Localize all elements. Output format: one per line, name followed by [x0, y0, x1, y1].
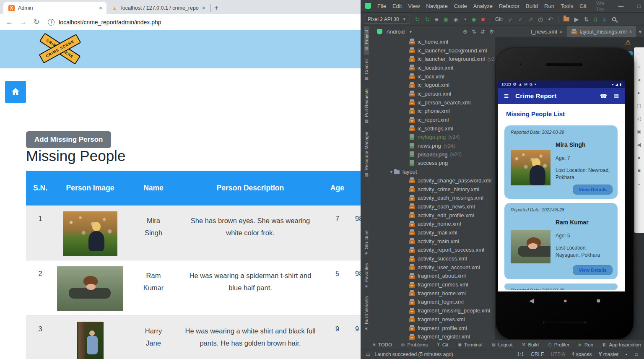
- emulator-home-icon[interactable]: ●: [637, 155, 640, 161]
- emulator-screenshot-icon[interactable]: ▣: [636, 129, 641, 135]
- project-tree-item[interactable]: ▼ fragment_crimes.xml: [373, 280, 494, 289]
- project-tree-item[interactable]: ▼ ic_person_search.xml: [373, 98, 494, 107]
- menu-item[interactable]: Refactor: [499, 3, 519, 9]
- emulator-more-icon[interactable]: ⌄: [637, 181, 641, 187]
- sdk-manager-icon[interactable]: ⇓: [602, 16, 607, 23]
- profiler-icon[interactable]: ◔: [463, 16, 466, 23]
- new-tab-button[interactable]: +: [214, 4, 218, 12]
- back-icon[interactable]: ←: [6, 18, 13, 26]
- tool-window-tab[interactable]: ▦ Resource Manager: [364, 127, 369, 181]
- project-tree-item[interactable]: ▼ ic_phone.xml: [373, 107, 494, 116]
- project-tree-item[interactable]: ▼ fragment_about.xml: [373, 272, 494, 281]
- bottom-tool-tab[interactable]: Terminal: [458, 342, 483, 347]
- emulator-minimize-icon[interactable]: —: [636, 51, 641, 57]
- tool-window-tab[interactable]: ★ Favorites: [364, 259, 369, 292]
- nav-home-icon[interactable]: ●: [564, 297, 567, 304]
- forward-icon[interactable]: →: [20, 18, 27, 26]
- editor-tab[interactable]: t_news.xml×: [527, 26, 567, 37]
- nav-overview-icon[interactable]: ■: [597, 297, 600, 304]
- git-push-icon[interactable]: ↗: [528, 16, 533, 23]
- line-separator[interactable]: CRLF: [531, 351, 544, 357]
- git-commit-icon[interactable]: ✓: [518, 16, 523, 23]
- project-tree-item[interactable]: ▼ ic_logout.xml: [373, 81, 494, 89]
- project-tree-item[interactable]: ▼ fragment_news.xml: [373, 315, 494, 324]
- project-tree-item[interactable]: ▼ activity_report_success.xml: [373, 246, 494, 255]
- project-tree-item[interactable]: ▼ ic_launcher_foreground.xml (v24): [373, 55, 494, 63]
- locate-file-icon[interactable]: ⊕: [463, 29, 467, 35]
- reload-icon[interactable]: ↻: [34, 18, 39, 26]
- project-tree-item[interactable]: ▼ fragment_profile.xml: [373, 324, 494, 333]
- menu-item[interactable]: Edit: [392, 3, 402, 9]
- project-tree-item[interactable]: ▼ activity_mail.xml: [373, 228, 494, 237]
- project-scope[interactable]: Android: [387, 29, 405, 35]
- close-tab-icon[interactable]: ×: [202, 5, 205, 11]
- project-tree-item[interactable]: ▼ success.png: [373, 159, 494, 168]
- nav-back-icon[interactable]: ◀: [529, 297, 534, 304]
- emulator-volume-down-icon[interactable]: ▸: [638, 90, 640, 96]
- project-tree-item[interactable]: ▼ activity_each_news.xml: [373, 202, 494, 211]
- view-details-button[interactable]: View Details: [573, 185, 613, 195]
- debug-icon[interactable]: ◉: [443, 16, 448, 23]
- caret-position[interactable]: 1:1: [517, 351, 524, 357]
- menu-item[interactable]: Analyze: [473, 3, 493, 9]
- project-tree-item[interactable]: ▼ activity_edit_profile.xml: [373, 211, 494, 220]
- git-update-icon[interactable]: ↙: [508, 16, 513, 23]
- history-icon[interactable]: ◷: [538, 16, 543, 23]
- tool-window-tab[interactable]: ▦ Project: [364, 26, 369, 55]
- collapse-all-icon[interactable]: ⇅: [472, 29, 476, 35]
- project-tree-item[interactable]: ▼ activity_each_missings.xml: [373, 193, 494, 202]
- project-structure-icon[interactable]: [564, 17, 569, 21]
- project-tree-item[interactable]: ▼ activity_main.xml: [373, 237, 494, 246]
- bottom-tool-tab[interactable]: TODO: [373, 342, 392, 347]
- bottom-tool-tab[interactable]: App Inspection: [602, 342, 641, 347]
- add-missing-person-button[interactable]: Add Missing Person: [26, 131, 111, 148]
- menu-item[interactable]: File: [377, 3, 386, 9]
- sync-gradle-icon[interactable]: ⇅: [584, 16, 589, 23]
- rollback-icon[interactable]: ↶: [548, 16, 553, 23]
- rerun-icon[interactable]: ↻: [415, 16, 420, 23]
- avd-manager-icon[interactable]: ▶: [574, 16, 579, 23]
- home-button[interactable]: [5, 81, 26, 103]
- minimize-icon[interactable]: —: [618, 3, 623, 9]
- feedback-smiley-icon[interactable]: ☺: [634, 351, 639, 357]
- lock-icon[interactable]: ▪: [625, 351, 627, 357]
- run-configurations-icon[interactable]: ≡: [435, 16, 438, 23]
- menu-item[interactable]: View: [408, 3, 420, 9]
- project-tree-item[interactable]: ▼ activity_user_account.xml: [373, 263, 494, 272]
- bottom-tool-tab[interactable]: Run: [579, 342, 593, 347]
- menu-item[interactable]: Run: [544, 3, 554, 9]
- menu-item[interactable]: Build: [526, 3, 538, 9]
- git-branch[interactable]: Y master: [598, 351, 618, 357]
- project-tree-item[interactable]: ▼ ic_lock.xml: [373, 72, 494, 81]
- menu-item[interactable]: Navigate: [426, 3, 447, 9]
- bottom-tool-tab[interactable]: Build: [522, 342, 539, 347]
- file-encoding[interactable]: UTF-8: [551, 351, 565, 357]
- emulator-back-icon[interactable]: ◀: [637, 142, 641, 148]
- apply-changes-icon[interactable]: ↻: [425, 16, 430, 23]
- device-manager-icon[interactable]: ▯: [594, 16, 597, 23]
- project-tree-item[interactable]: ▼ ic_settings.xml: [373, 124, 494, 133]
- project-tree-item[interactable]: ▼ fragment_register.xml: [373, 332, 494, 340]
- emulator-volume-up-icon[interactable]: ◂: [638, 77, 640, 83]
- emulator-rotate-left-icon[interactable]: ▢: [636, 103, 641, 109]
- project-tree-item[interactable]: ▼ layout: [373, 167, 494, 176]
- emulator-rotate-right-icon[interactable]: ◁: [637, 116, 641, 122]
- coverage-icon[interactable]: ◈: [454, 16, 458, 23]
- browser-tab-admin[interactable]: X Admin ×: [3, 2, 106, 14]
- project-tree-item[interactable]: ▼ fragment_login.xml: [373, 298, 494, 307]
- browser-tab-phpmyadmin[interactable]: ▲ localhost / 127.0.0.1 / crime_repo ×: [106, 2, 210, 14]
- phone-call-icon[interactable]: ☎: [600, 93, 607, 99]
- project-tree-item[interactable]: ▼ ic_location.xml: [373, 63, 494, 72]
- tool-window-tab[interactable]: ★ Build Variants: [364, 292, 369, 335]
- bottom-tool-tab[interactable]: Profiler: [548, 342, 569, 347]
- url-bar[interactable]: i localhost/crime_report/admin/index.php: [46, 16, 355, 28]
- page-info-icon[interactable]: i: [48, 19, 55, 26]
- device-selector[interactable]: Pixel 2 API 30▼: [364, 15, 410, 24]
- mail-icon[interactable]: ✉: [614, 93, 619, 99]
- project-tree-item[interactable]: ▼ ic_report.xml: [373, 115, 494, 124]
- attach-debugger-icon[interactable]: ◆: [472, 16, 476, 23]
- hamburger-menu-icon[interactable]: ≡: [504, 91, 509, 101]
- close-tab-icon[interactable]: ×: [99, 5, 102, 11]
- editor-tab-active[interactable]: layout_missings.xml×: [567, 26, 636, 37]
- indent-setting[interactable]: 4 spaces: [571, 351, 592, 357]
